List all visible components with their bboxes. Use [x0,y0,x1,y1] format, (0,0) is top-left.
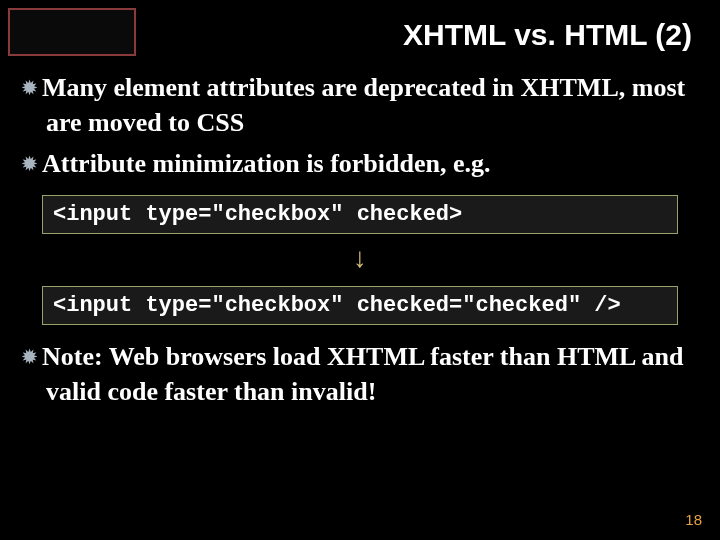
bullet-text: Attribute minimization is forbidden, e.g… [42,149,491,178]
page-number: 18 [685,511,702,528]
bullet-icon: ✹ [22,345,42,369]
logo-placeholder [8,8,136,56]
bullet-icon: ✹ [22,152,42,176]
bullet-item: ✹Attribute minimization is forbidden, e.… [22,146,698,181]
code-example-before: <input type="checkbox" checked> [42,195,678,234]
code-example-after: <input type="checkbox" checked="checked"… [42,286,678,325]
bullet-icon: ✹ [22,76,42,100]
bullet-text: Many element attributes are deprecated i… [42,73,685,137]
arrow-down-icon: ↓ [353,244,367,272]
bullet-item: ✹Many element attributes are deprecated … [22,70,698,140]
bullet-text: Note: Web browsers load XHTML faster tha… [42,342,683,406]
bullet-item: ✹Note: Web browsers load XHTML faster th… [22,339,698,409]
slide-content: ✹Many element attributes are deprecated … [0,52,720,409]
arrow-container: ↓ [22,244,698,272]
